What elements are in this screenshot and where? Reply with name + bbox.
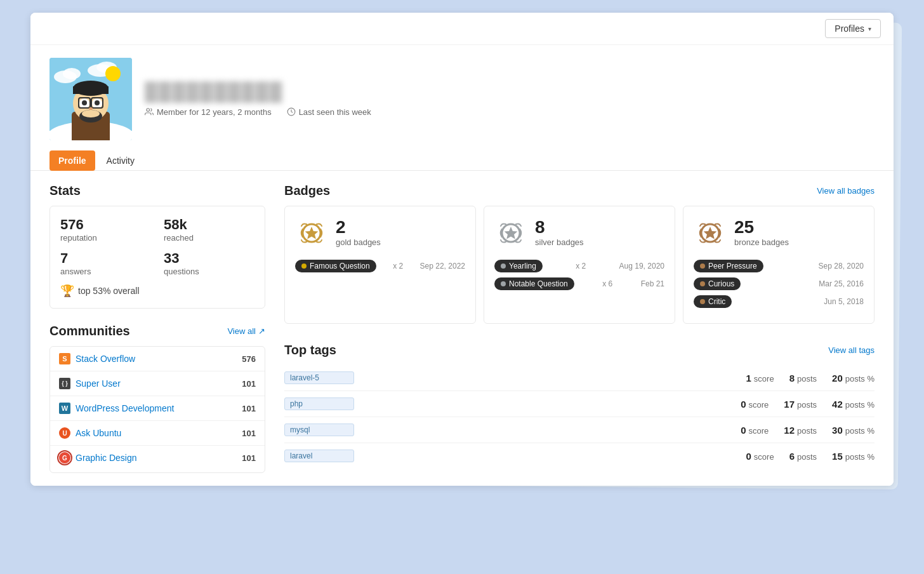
main-card: Profiles ▾: [30, 13, 894, 486]
tag-posts-pct: 15 posts %: [832, 451, 874, 462]
stats-card: 576 reputation 58k reached 7 answers 3: [50, 206, 265, 309]
profiles-button[interactable]: Profiles ▾: [825, 19, 881, 38]
list-item[interactable]: { } Super User 101: [50, 371, 265, 396]
bronze-badge-count: 25: [734, 218, 789, 236]
stats-title: Stats: [50, 184, 265, 198]
badges-section-header: Badges View all badges: [284, 184, 874, 198]
community-name: Graphic Design: [76, 453, 137, 463]
tag-stats: 0 score 6 posts 15 posts %: [354, 451, 874, 462]
gold-badge-label: gold badges: [336, 237, 381, 247]
community-name: Ask Ubuntu: [76, 428, 121, 438]
tag-stats: 0 score 17 posts 42 posts %: [354, 399, 874, 410]
gold-dot: [301, 264, 307, 269]
svg-point-18: [95, 100, 100, 105]
svg-marker-27: [505, 227, 518, 239]
view-all-tags-link[interactable]: View all tags: [828, 345, 874, 355]
tag-posts-pct: 30 posts %: [832, 425, 874, 436]
gd-icon: G: [59, 452, 70, 464]
top-tags-list: laravel-5 1 score 8 posts 20: [284, 365, 874, 469]
list-item: php 0 score 17 posts 42: [284, 391, 874, 417]
su-icon: { }: [59, 378, 70, 389]
community-name: WordPress Development: [76, 403, 174, 413]
list-item[interactable]: S Stack Overflow 576: [50, 347, 265, 371]
svg-point-21: [82, 110, 100, 117]
svg-point-19: [89, 107, 93, 110]
tag-posts-pct: 42 posts %: [832, 399, 874, 410]
svg-marker-25: [305, 227, 319, 239]
tab-profile[interactable]: Profile: [50, 150, 95, 171]
bronze-badge-icon: [694, 217, 727, 250]
curious-badge: Curious: [694, 277, 741, 290]
last-seen: Last seen this week: [287, 107, 371, 117]
badge-entry: Famous Question x 2 Sep 22, 2022: [295, 260, 465, 272]
tag-mysql[interactable]: mysql: [284, 424, 354, 436]
tag-score: 1 score: [746, 373, 774, 384]
communities-card: S Stack Overflow 576 { } Super User 101: [50, 346, 265, 473]
list-item[interactable]: G Graphic Design 101 Graphic Design 101: [50, 446, 265, 472]
gold-badge-count-group: 2 gold badges: [336, 218, 381, 248]
tag-stats: 1 score 8 posts 20 posts %: [354, 373, 874, 384]
community-left: G Graphic Design: [59, 452, 137, 464]
svg-point-2: [63, 68, 81, 79]
avatar: [50, 58, 132, 140]
bronze-badges-card: 25 bronze badges Peer Pressure Sep 28, 2…: [683, 206, 874, 324]
famous-question-badge: Famous Question: [295, 260, 376, 272]
bronze-badge-count-group: 25 bronze badges: [734, 218, 789, 248]
tag-laravel-5[interactable]: laravel-5: [284, 371, 354, 384]
silver-badge-header: 8 silver badges: [494, 217, 664, 250]
username: ██████████: [145, 82, 874, 102]
content-area: Stats 576 reputation 58k reached 7: [30, 171, 894, 486]
silver-badge-icon: [494, 217, 527, 250]
right-column: Badges View all badges: [284, 184, 874, 473]
community-score: 101: [242, 453, 256, 463]
trophy-icon: 🏆: [60, 284, 74, 298]
external-link-icon: ↗: [258, 326, 265, 336]
silver-dot: [501, 264, 506, 269]
badges-grid: 2 gold badges Famous Question x 2 Sep 22…: [284, 206, 874, 324]
view-all-badges-link[interactable]: View all badges: [817, 186, 874, 196]
tag-posts: 12 posts: [784, 425, 817, 436]
badge-entry: Notable Question x 6 Feb 21: [494, 277, 664, 290]
tag-score: 0 score: [741, 399, 769, 410]
view-all-communities-link[interactable]: View all ↗: [227, 326, 265, 336]
au-icon: U: [59, 427, 70, 439]
stat-reached: 58k reached: [164, 217, 254, 243]
community-score: 101: [242, 404, 256, 413]
profiles-label: Profiles: [835, 23, 864, 34]
bronze-badge-label: bronze badges: [734, 237, 789, 247]
community-left: S Stack Overflow: [59, 353, 135, 364]
bronze-dot: [700, 299, 705, 304]
list-item[interactable]: W WordPress Development 101: [50, 396, 265, 421]
svg-marker-29: [704, 227, 717, 239]
top-bar: Profiles ▾: [30, 13, 894, 45]
top-percentage: 🏆 top 53% overall: [60, 284, 254, 298]
gold-badges-card: 2 gold badges Famous Question x 2 Sep 22…: [284, 206, 476, 324]
tag-score: 0 score: [746, 451, 774, 462]
tab-activity[interactable]: Activity: [98, 150, 143, 171]
tabs-nav: Profile Activity: [30, 150, 894, 171]
badges-title: Badges: [284, 184, 330, 198]
so-icon: S: [59, 353, 70, 364]
bronze-dot: [700, 281, 705, 286]
list-item[interactable]: U Ask Ubuntu 101: [50, 421, 265, 446]
critic-badge: Critic: [694, 295, 732, 308]
badge-entry: Curious Mar 25, 2016: [694, 277, 864, 290]
wp-icon: W: [59, 403, 70, 414]
svg-rect-11: [73, 86, 109, 94]
gold-badge-header: 2 gold badges: [295, 217, 465, 250]
silver-dot: [501, 281, 506, 286]
communities-header: Communities View all ↗: [50, 324, 265, 338]
community-left: U Ask Ubuntu: [59, 427, 121, 439]
profile-info: ██████████ Member for 12 years, 2 months…: [145, 82, 874, 117]
badge-entry: Critic Jun 5, 2018: [694, 295, 864, 308]
bronze-dot: [700, 264, 705, 269]
stat-answers: 7 answers: [60, 250, 151, 276]
stat-questions: 33 questions: [164, 250, 254, 276]
tag-laravel[interactable]: laravel: [284, 450, 354, 462]
tag-php[interactable]: php: [284, 397, 354, 410]
community-left: { } Super User: [59, 378, 121, 389]
tag-score: 0 score: [741, 425, 769, 436]
silver-badges-card: 8 silver badges Yearling x 2 Aug 19, 202…: [484, 206, 675, 324]
left-column: Stats 576 reputation 58k reached 7: [50, 184, 265, 473]
list-item: laravel 0 score 6 posts 15: [284, 443, 874, 469]
